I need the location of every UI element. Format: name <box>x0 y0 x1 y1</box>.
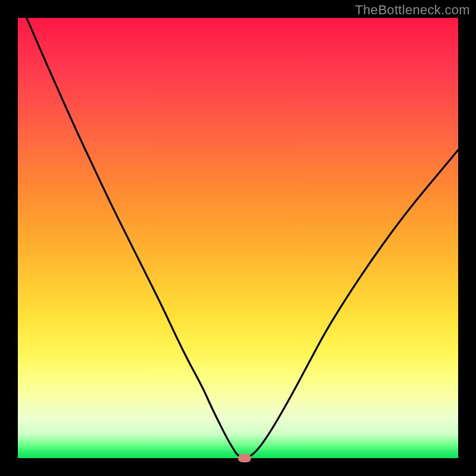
bottleneck-curve <box>27 18 458 458</box>
optimal-point-marker <box>238 454 251 462</box>
plot-area <box>18 18 458 458</box>
watermark-text: TheBottleneck.com <box>355 2 470 18</box>
curve-svg <box>18 18 458 458</box>
chart-frame: TheBottleneck.com <box>0 0 476 476</box>
